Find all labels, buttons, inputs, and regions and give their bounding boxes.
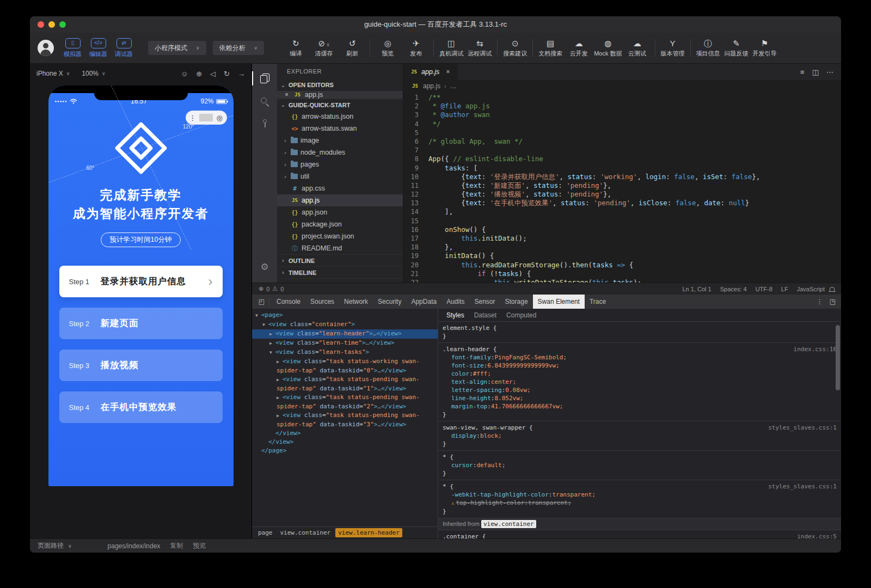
file-arrow-status.swan[interactable]: <>arrow-status.swan <box>277 122 403 134</box>
dock-side-icon[interactable]: ◳ <box>830 298 836 305</box>
toolbar-action-clear-cache[interactable]: ⊘∨清缓存 <box>311 39 337 58</box>
detach-icon[interactable]: → <box>238 70 245 78</box>
elements-breadcrumb[interactable]: page <box>255 528 275 537</box>
network-icon[interactable]: ⊕ <box>196 70 202 78</box>
zoom-window-button[interactable] <box>59 21 66 28</box>
scrollbar-thumb[interactable] <box>836 325 840 390</box>
status-encoding[interactable]: UTF-8 <box>756 286 772 292</box>
errors-icon[interactable]: ⊗ <box>259 285 263 292</box>
close-icon[interactable]: × <box>285 91 290 99</box>
inherited-element-link[interactable]: view.container <box>481 520 536 528</box>
styles-subtab-computed[interactable]: Computed <box>501 311 541 319</box>
close-window-button[interactable] <box>38 21 44 28</box>
section-npm-scripts[interactable]: ›NPM SCRIPTS <box>277 278 403 283</box>
inspect-element-icon[interactable]: ◰ <box>254 298 269 305</box>
style-property[interactable]: line-height:8.052vw; <box>443 394 837 402</box>
toolbar-action-mock-data[interactable]: ◍Mock 数据 <box>594 39 622 58</box>
style-property[interactable]: -webkit-tap-highlight-color:transparent; <box>443 491 837 499</box>
toolbar-action-remote-debug[interactable]: ⇆远程调试 <box>467 39 493 58</box>
element-node[interactable]: </view> <box>252 438 438 446</box>
element-node[interactable]: ▼<page> <box>252 311 438 320</box>
project-root-folder[interactable]: ⌄ GUIDE-QUICK-START <box>277 99 403 111</box>
step-card-3[interactable]: Step 3播放视频 <box>59 350 223 381</box>
rotate-device-icon[interactable]: ↻ <box>224 70 230 78</box>
stylesheet-link[interactable]: index.css:5 <box>790 532 837 538</box>
editor-breadcrumb[interactable]: JS app.js › … <box>403 80 841 92</box>
toolbar-action-publish[interactable]: ✈发布 <box>403 39 429 58</box>
element-node[interactable]: </page> <box>252 446 438 455</box>
zoom-select[interactable]: 100% ∨ <box>82 70 105 77</box>
notifications-bell-icon[interactable] <box>830 287 835 291</box>
toolbar-action-preview[interactable]: ◎预览 <box>375 39 401 58</box>
element-node[interactable]: ▶<view class="learn-time">…</view> <box>252 339 438 348</box>
search-activity-icon[interactable] <box>252 90 277 113</box>
devtools-tab-security[interactable]: Security <box>373 295 406 309</box>
element-node[interactable]: ▶<view class="learn-header">…</view> <box>252 329 438 339</box>
devtools-tab-sensor[interactable]: Sensor <box>470 295 500 309</box>
device-select[interactable]: iPhone X ∨ <box>36 70 70 77</box>
settings-gear-button[interactable]: ⚙ <box>252 255 277 278</box>
style-property[interactable]: letter-spacing:0.08vw; <box>443 386 837 394</box>
devtools-tab-swan-element[interactable]: Swan Element <box>533 295 585 309</box>
explorer-activity-icon[interactable] <box>252 67 277 90</box>
sound-icon[interactable]: ◁ <box>210 70 216 78</box>
element-node[interactable]: ▶<view class="task status-pending swan-s… <box>252 411 438 429</box>
style-property[interactable]: color:#fff; <box>443 370 837 378</box>
mode-button-simulator[interactable]: ▯模拟器 <box>64 38 82 58</box>
style-property[interactable]: cursor:default; <box>443 461 837 469</box>
toolbar-dropdown-dependency-analysis[interactable]: 依赖分析∨ <box>213 41 265 55</box>
element-node[interactable]: ▶<view class="task status-working swan-s… <box>252 357 438 375</box>
file-node_modules[interactable]: ›node_modules <box>277 146 403 158</box>
elements-breadcrumb[interactable]: view.container <box>278 528 334 537</box>
warnings-icon[interactable]: ⚠ <box>272 285 278 292</box>
close-icon[interactable]: × <box>446 68 450 76</box>
style-property[interactable]: ⚠tap-highlight-color:transparent; <box>443 499 837 507</box>
status-eol[interactable]: LF <box>781 286 788 292</box>
path-label[interactable]: 页面路径 <box>38 541 64 550</box>
open-editors-section[interactable]: ⌄ OPEN EDITORS <box>277 79 403 91</box>
status-language-mode[interactable]: JavaScript <box>797 286 825 292</box>
more-actions-icon[interactable]: ⋯ <box>826 68 833 76</box>
file-package.json[interactable]: {}package.json <box>277 218 403 230</box>
toolbar-action-project-info[interactable]: ⓘ项目信息 <box>695 39 721 58</box>
toolbar-action-doc-search[interactable]: ▤文档搜索 <box>537 39 563 58</box>
toolbar-action-cloud-test[interactable]: ☁云测试 <box>624 39 651 58</box>
open-editor-app-js[interactable]: × JS app.js <box>277 91 403 99</box>
minimize-window-button[interactable] <box>48 21 55 28</box>
file-README.md[interactable]: ⓘREADME.md <box>277 242 403 254</box>
file-image[interactable]: ›image <box>277 134 403 146</box>
element-node[interactable]: ▼<view class="learn-tasks"> <box>252 348 438 357</box>
source-control-activity-icon[interactable] <box>252 113 277 136</box>
section-timeline[interactable]: ›TIMELINE <box>277 266 403 278</box>
step-card-4[interactable]: Step 4在手机中预览效果 <box>59 391 223 423</box>
style-property[interactable]: font-size:6.843999999999999vw; <box>443 362 837 370</box>
toolbar-dropdown-mini-program-mode[interactable]: 小程序模式∨ <box>148 41 206 55</box>
tab-app-js[interactable]: JS app.js × <box>403 64 457 80</box>
toolbar-action-real-device-debug[interactable]: ◫真机调试 <box>438 39 464 58</box>
style-property[interactable]: font-family:PingFangSC-Semibold; <box>443 353 837 362</box>
style-property[interactable]: text-align:center; <box>443 378 837 386</box>
file-app.js[interactable]: JSapp.js <box>277 194 403 206</box>
code-area[interactable]: 1/**2 * @file app.js3 * @author swan4 */… <box>403 92 841 283</box>
style-property[interactable]: margin-top:41.70666666666667vw; <box>443 402 837 411</box>
section-outline[interactable]: ›OUTLINE <box>277 254 403 266</box>
devtools-tab-console[interactable]: Console <box>272 295 305 309</box>
element-node[interactable]: ▶<view class="task status-pending swan-s… <box>252 393 438 411</box>
toolbar-action-search-suggest[interactable]: ⊙搜索建议 <box>502 39 528 58</box>
user-avatar[interactable] <box>38 40 54 56</box>
mode-button-editor[interactable]: </>编辑器 <box>89 38 107 58</box>
file-app.css[interactable]: #app.css <box>277 182 403 194</box>
toolbar-action-version-control[interactable]: Y版本管理 <box>660 39 686 58</box>
more-icon[interactable]: ⋮ <box>817 298 823 305</box>
style-property[interactable]: display:block; <box>443 432 837 440</box>
file-util[interactable]: ›util <box>277 170 403 182</box>
devtools-tab-trace[interactable]: Trace <box>585 295 611 309</box>
devtools-tab-appdata[interactable]: AppData <box>406 295 441 309</box>
devtools-tab-sources[interactable]: Sources <box>305 295 339 309</box>
step-card-2[interactable]: Step 2新建页面 <box>59 308 223 339</box>
mode-button-debugger[interactable]: ⇄调试器 <box>115 38 133 58</box>
toolbar-action-dev-guide[interactable]: ⚑开发引导 <box>752 39 778 58</box>
toolbar-action-refresh[interactable]: ↺刷新 <box>339 39 365 58</box>
status-indentation[interactable]: Spaces: 4 <box>720 286 747 292</box>
user-login-icon[interactable]: ☺ <box>181 70 188 78</box>
